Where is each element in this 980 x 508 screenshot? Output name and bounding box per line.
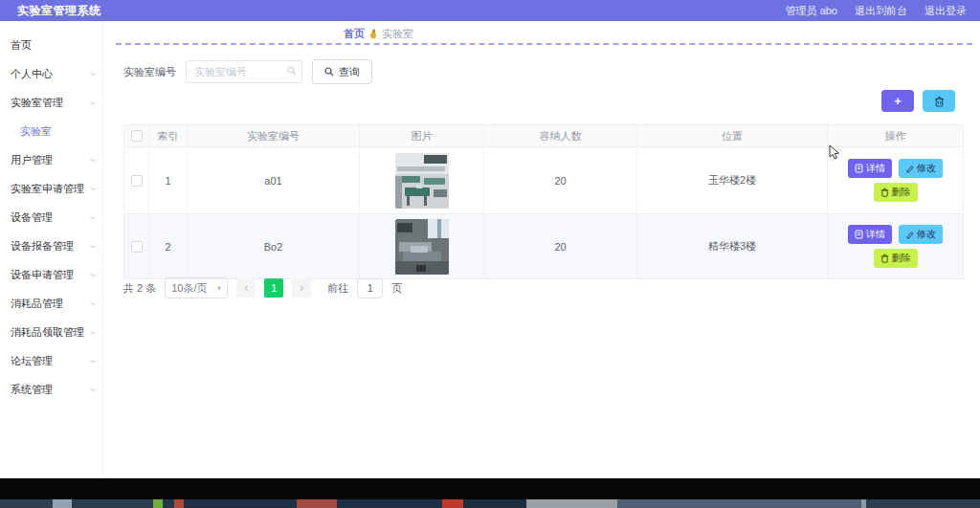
taskbar-segment: [463, 499, 526, 508]
next-page-button[interactable]: ›: [292, 278, 311, 298]
delete-button-label: 删除: [892, 252, 911, 265]
taskbar-segment: [184, 499, 297, 508]
search-form: 实验室编号 查询: [123, 59, 372, 84]
chevron-icon: ›: [88, 158, 99, 161]
sidebar-item-home[interactable]: 首页: [0, 31, 102, 59]
sidebar-item-device-report-management[interactable]: 设备报备管理 ›: [0, 232, 102, 260]
chevron-icon: ›: [88, 330, 99, 333]
chevron-down-icon: ▾: [217, 283, 222, 293]
sidebar-item-consumable-claim-management[interactable]: 消耗品领取管理 ›: [0, 318, 102, 346]
taskbar-segment: [617, 499, 861, 508]
sidebar-item-user-management[interactable]: 用户管理 ›: [0, 145, 102, 174]
search-icon: [287, 66, 297, 76]
taskbar-segment: [526, 499, 617, 508]
breadcrumb-home[interactable]: 首页: [344, 27, 365, 41]
sidebar-item-label: 系统管理: [11, 383, 53, 397]
column-header-location: 位置: [637, 125, 828, 146]
breadcrumb-current: 实验室: [382, 27, 413, 41]
sidebar-item-label: 论坛管理: [11, 354, 53, 368]
sidebar-item-lab[interactable]: 实验室: [0, 117, 102, 145]
sidebar-item-label: 首页: [11, 38, 32, 53]
column-header-actions: 操作: [828, 125, 963, 146]
sidebar-item-system-management[interactable]: 系统管理 ›: [0, 375, 102, 404]
taskbar-segment: [442, 499, 463, 508]
add-button[interactable]: +: [881, 90, 914, 112]
cell-location: 精华楼3楼: [637, 214, 828, 278]
table-row: 1 a01: [124, 147, 963, 214]
edit-button-label: 修改: [917, 228, 936, 241]
user-label[interactable]: 管理员 abo: [786, 4, 837, 18]
chevron-icon: ›: [88, 100, 99, 103]
select-all-checkbox[interactable]: [131, 130, 143, 142]
breadcrumb-separator-icon: [369, 29, 377, 39]
taskbar-segment: [72, 499, 153, 508]
goto-unit: 页: [391, 281, 402, 296]
sidebar-item-label: 用户管理: [11, 153, 53, 167]
detail-icon: [855, 164, 863, 173]
edit-button[interactable]: 修改: [899, 159, 943, 178]
page-size-select[interactable]: 10条/页 ▾: [165, 277, 228, 298]
cell-code: Bo2: [188, 214, 360, 278]
logout-front-link[interactable]: 退出到前台: [855, 4, 907, 18]
sidebar-item-label: 个人中心: [11, 67, 53, 81]
pagination: 共 2 条 10条/页 ▾ ‹ 1 › 前往 页: [123, 277, 402, 298]
row-checkbox[interactable]: [131, 175, 143, 187]
sidebar-item-device-management[interactable]: 设备管理 ›: [0, 203, 102, 232]
taskbar-segment: [174, 499, 184, 508]
delete-button[interactable]: 删除: [874, 183, 918, 202]
app-title: 实验室管理系统: [17, 3, 101, 19]
sidebar: 首页 个人中心 › 实验室管理 › 实验室 用户管理 › 实验室申请管理 › 设…: [0, 21, 103, 478]
chevron-icon: ›: [88, 387, 99, 390]
edit-button[interactable]: 修改: [899, 225, 943, 244]
goto-page-input[interactable]: [357, 278, 383, 298]
detail-button-label: 详情: [866, 228, 885, 241]
trash-icon: [880, 188, 889, 197]
taskbar-segment: [53, 499, 72, 508]
detail-button[interactable]: 详情: [848, 159, 892, 178]
taskbar-segment: [153, 499, 163, 508]
batch-delete-button[interactable]: [923, 90, 955, 112]
cell-code: a01: [188, 147, 360, 213]
trash-icon: [934, 96, 945, 107]
header-user-area: 管理员 abo 退出到前台 退出登录: [786, 4, 967, 18]
detail-button[interactable]: 详情: [848, 225, 892, 244]
edit-icon: [905, 164, 914, 173]
sidebar-item-lab-apply-management[interactable]: 实验室申请管理 ›: [0, 174, 102, 203]
search-input[interactable]: [186, 60, 302, 83]
page-number-button[interactable]: 1: [264, 278, 283, 298]
sidebar-item-label: 设备申请管理: [11, 268, 74, 282]
column-header-code: 实验室编号: [188, 125, 360, 146]
sidebar-item-consumable-management[interactable]: 消耗品管理 ›: [0, 289, 102, 318]
prev-page-button[interactable]: ‹: [236, 278, 256, 298]
sidebar-item-label: 设备管理: [11, 210, 53, 225]
search-label: 实验室编号: [123, 65, 176, 79]
query-button-label: 查询: [339, 65, 360, 79]
trash-icon: [880, 254, 889, 263]
cell-capacity: 20: [484, 147, 637, 213]
sidebar-item-personal-center[interactable]: 个人中心 ›: [0, 59, 102, 88]
logout-link[interactable]: 退出登录: [924, 4, 967, 18]
lab-table: 索引 实验室编号 图片 容纳人数 位置 操作 1 a01: [123, 124, 964, 279]
sidebar-item-lab-management[interactable]: 实验室管理 ›: [0, 88, 102, 117]
column-header-capacity: 容纳人数: [484, 125, 637, 146]
detail-button-label: 详情: [866, 162, 885, 175]
plus-icon: +: [894, 94, 902, 108]
chevron-icon: ›: [88, 187, 99, 189]
delete-button[interactable]: 删除: [874, 249, 918, 268]
table-toolbar: +: [881, 90, 955, 112]
row-actions: 详情 修改: [848, 225, 943, 268]
sidebar-item-forum-management[interactable]: 论坛管理 ›: [0, 346, 102, 375]
sidebar-item-label: 实验室管理: [11, 96, 63, 110]
table-header-row: 索引 实验室编号 图片 容纳人数 位置 操作: [124, 125, 963, 147]
detail-icon: [855, 230, 863, 239]
lab-photo[interactable]: [395, 219, 449, 275]
sidebar-item-label: 实验室: [20, 124, 52, 139]
goto-label: 前往: [327, 281, 348, 296]
sidebar-item-device-apply-management[interactable]: 设备申请管理 ›: [0, 260, 102, 289]
row-checkbox[interactable]: [131, 241, 143, 253]
lab-photo[interactable]: [395, 153, 449, 209]
desktop-taskbar-edge: [0, 499, 980, 508]
query-button[interactable]: 查询: [312, 59, 372, 84]
cell-index: 2: [149, 214, 188, 278]
page-size-value: 10条/页: [171, 281, 207, 296]
